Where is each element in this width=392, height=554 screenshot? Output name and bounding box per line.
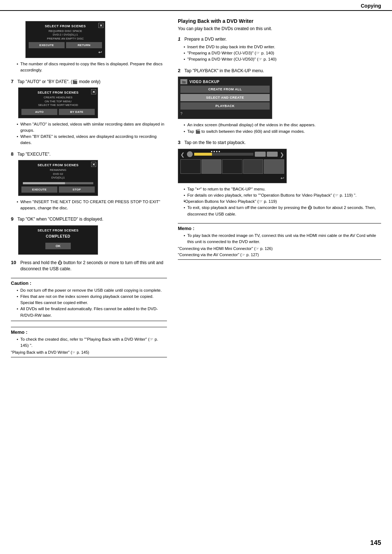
screen-title-7: SELECT FROM SCENES — [21, 91, 95, 94]
close-icon-8[interactable]: ✕ — [91, 162, 96, 167]
screen-box-9: SELECT FROM SCENES COMPLETED OK — [18, 225, 98, 255]
thumb-3[interactable] — [222, 159, 242, 174]
thumb-1[interactable] — [180, 159, 201, 174]
playback-bullets: Tap "↩" to return to the "BACK-UP" menu.… — [178, 186, 381, 217]
thumb-4[interactable] — [243, 159, 264, 174]
left-memo-list: To check the created disc, refer to ""Pl… — [11, 336, 167, 349]
right-step2-bullets: An index screen (thumbnail display) of t… — [178, 122, 381, 135]
playback-thumbnails — [180, 159, 284, 174]
select-and-create-item[interactable]: SELECT AND CREATE — [180, 94, 270, 101]
step8-bullets: When "INSERT THE NEXT DISC TO CREATE OR … — [11, 199, 167, 212]
screen-title-9: SELECT FROM SCENES — [21, 229, 95, 232]
completed-text: COMPLETED — [21, 234, 95, 238]
screen-box-8: ✕ SELECT FROM SCENES REMAINING DVD 02 DV… — [18, 160, 98, 196]
video-backup-icon: 🎬 — [180, 79, 187, 84]
close-icon-7[interactable]: ✕ — [91, 89, 96, 94]
create-from-all-item[interactable]: CREATE FROM ALL — [180, 86, 270, 93]
bydate-button[interactable]: BY DATE — [59, 109, 95, 115]
return-button-top[interactable]: RETURN — [66, 42, 102, 48]
screen-title-top: SELECT FROM SCENES — [29, 24, 102, 28]
intro-bullets: The number of discs required to copy the… — [11, 61, 167, 74]
playback-item[interactable]: PLAYBACK — [180, 102, 270, 110]
backup-menu-box: 🎬 VIDEO BACKUP CREATE FROM ALL SELECT AN… — [178, 77, 272, 119]
step-10: 10 Press and hold the ⏻ button for 2 sec… — [11, 260, 167, 272]
playback-person-icon — [187, 151, 193, 157]
page-title: Copying — [361, 3, 381, 9]
auto-button[interactable]: AUTO — [21, 109, 57, 115]
thumb-2[interactable] — [201, 159, 222, 174]
right-memo-box: Memo : To play back the recorded image o… — [178, 223, 381, 260]
screen-subtitle-top: REQUIRED DISC SPACE DVD:2 / DVD(DL):1 PR… — [29, 29, 102, 41]
caution-box: Caution : Do not turn off the power or r… — [11, 278, 167, 321]
execute-button-top[interactable]: EXECUTE — [29, 42, 65, 48]
playback-back-arrow: ↩ — [180, 175, 284, 181]
right-column: Playing Back with a DVD Writer You can p… — [178, 18, 381, 357]
screen-subtitle-8: REMAINING DVD 02 DVD(DL)1 — [21, 168, 95, 180]
page-number: 145 — [370, 539, 381, 547]
right-step-3: 3 Tap on the file to start playback. ❮ — [178, 140, 381, 217]
right-step1-bullets: Insert the DVD to play back into the DVD… — [178, 44, 381, 63]
caution-list: Do not turn off the power or remove the … — [11, 287, 167, 319]
back-arrow-top: ↩ — [29, 50, 102, 55]
left-memo-box: Memo : To check the created disc, refer … — [11, 327, 167, 358]
section-intro: You can play back the DVDs created on th… — [178, 26, 381, 31]
left-column: ✕ SELECT FROM SCENES REQUIRED DISC SPACE… — [11, 18, 167, 357]
stop-button-8[interactable]: STOP — [59, 186, 95, 193]
backup-menu-header: 🎬 VIDEO BACKUP — [180, 79, 270, 84]
execute-button-8[interactable]: EXECUTE — [21, 186, 57, 193]
playback-screen: ❮ ● ● ● ● — [178, 149, 287, 183]
section-title: Playing Back with a DVD Writer — [178, 18, 381, 24]
screen-box-top: ✕ SELECT FROM SCENES REQUIRED DISC SPACE… — [25, 21, 105, 58]
right-memo-list: To play back the recorded image on TV, c… — [178, 233, 381, 245]
step-8: 8 Tap "EXECUTE". ✕ SELECT FROM SCENES RE… — [11, 151, 167, 211]
progress-bar-8 — [23, 182, 93, 184]
playback-next-icon[interactable]: ❯ — [280, 152, 284, 157]
ok-button[interactable]: OK — [45, 243, 71, 249]
playback-prev-icon[interactable]: ❮ — [180, 152, 185, 157]
step-9: 9 Tap "OK" when "COMPLETED" is displayed… — [11, 216, 167, 255]
question-mark: ? — [180, 111, 270, 116]
close-icon[interactable]: ✕ — [98, 23, 103, 28]
screen-box-7: ✕ SELECT FROM SCENES CREATE HEADLINES ON… — [18, 87, 98, 118]
thumb-5[interactable] — [264, 159, 284, 174]
step-7: 7 Tap "AUTO" or "BY DATE". (🎬 mode only)… — [11, 79, 167, 146]
page-header: Copying — [0, 0, 392, 11]
right-step-2: 2 Tap "PLAYBACK" in the BACK-UP menu. 🎬 … — [178, 68, 381, 135]
screen-title-8: SELECT FROM SCENES — [21, 163, 95, 167]
playback-top-bar: ❮ ● ● ● ● — [180, 151, 284, 158]
step7-bullets: When "AUTO" is selected, videos with sim… — [11, 121, 167, 146]
right-step-1: 1 Prepare a DVD writer. Insert the DVD t… — [178, 36, 381, 63]
screen-subtitle-7: CREATE HEADLINES ON THE TOP MENU SELECT … — [21, 96, 95, 107]
